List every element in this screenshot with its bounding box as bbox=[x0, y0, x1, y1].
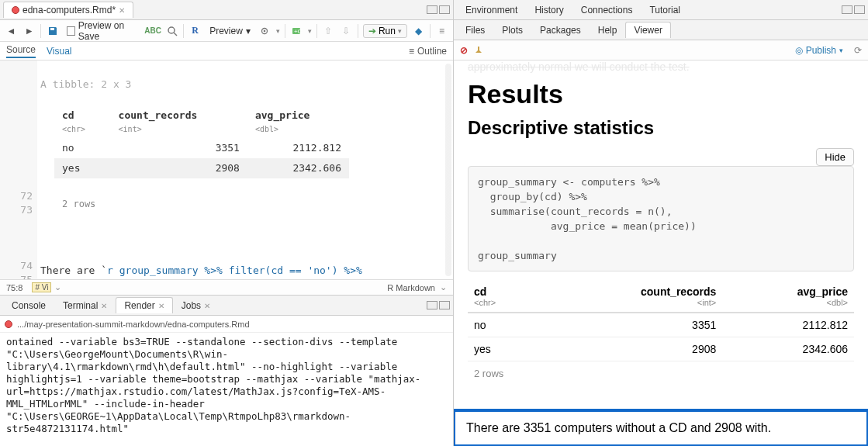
section-chevron-icon[interactable]: ⌄ bbox=[54, 282, 61, 292]
source-mode-tab[interactable]: Source bbox=[6, 44, 36, 58]
render-path-bar: .../may-presentation-summit-markdown/edn… bbox=[0, 316, 453, 333]
run-button[interactable]: ➔ Run ▾ bbox=[363, 24, 407, 38]
viewer-table: cd<chr> count_records<int> avg_price<dbl… bbox=[468, 281, 854, 361]
r-logo-icon: R bbox=[188, 23, 202, 39]
code-line-73: There are `r group_summary %>% filter(cd… bbox=[40, 264, 435, 279]
preview-label: Preview bbox=[209, 26, 243, 36]
clear-viewer-icon[interactable] bbox=[474, 45, 485, 56]
cell: 2342.606 bbox=[722, 337, 854, 361]
publish-icon[interactable]: ◆ bbox=[412, 23, 425, 39]
preview-on-save-toggle[interactable]: Preview on Save bbox=[64, 19, 140, 43]
tab-viewer[interactable]: Viewer bbox=[625, 22, 670, 38]
close-icon[interactable]: ✕ bbox=[204, 302, 210, 310]
svg-point-0 bbox=[168, 27, 175, 33]
outline-button[interactable]: ≡ Outline bbox=[409, 46, 447, 57]
run-label: Run bbox=[379, 26, 396, 36]
go-prev-chunk-icon[interactable]: ⇧ bbox=[322, 23, 335, 39]
insert-chunk-chevron-icon[interactable]: ▾ bbox=[308, 27, 312, 35]
close-icon[interactable]: ✕ bbox=[101, 302, 107, 310]
tab-packages[interactable]: Packages bbox=[531, 22, 590, 38]
maximize-console-icon[interactable] bbox=[439, 301, 450, 309]
editor-statusbar: 75:8 # Vi ⌄ R Markdown ⌄ bbox=[0, 279, 453, 295]
forward-icon[interactable]: ► bbox=[22, 23, 36, 39]
col-header: avg_price bbox=[797, 285, 848, 298]
cell: 3351 bbox=[539, 313, 722, 337]
find-icon[interactable] bbox=[165, 23, 178, 39]
viewer-toolbar: ⊘ ◎ Publish ▾ ⟳ bbox=[454, 40, 868, 61]
scrollbar[interactable] bbox=[445, 64, 451, 276]
publish-button[interactable]: ◎ Publish ▾ bbox=[795, 45, 843, 56]
render-path: .../may-presentation-summit-markdown/edn… bbox=[17, 320, 250, 329]
source-tabbar: edna-computers.Rmd* ✕ bbox=[0, 0, 453, 20]
source-subbar: Source Visual ≡ Outline bbox=[0, 42, 453, 61]
col-header: count_records bbox=[119, 109, 198, 121]
cell: 3351 bbox=[111, 138, 247, 158]
tab-label: Jobs bbox=[182, 300, 201, 311]
gear-chevron-icon[interactable]: ▾ bbox=[276, 27, 280, 35]
maximize-env-icon[interactable] bbox=[854, 5, 865, 14]
svg-line-1 bbox=[174, 33, 177, 36]
back-icon[interactable]: ◄ bbox=[5, 23, 18, 39]
outline-icon: ≡ bbox=[409, 46, 414, 57]
chevron-down-icon: ▾ bbox=[398, 27, 402, 35]
cell: 2908 bbox=[111, 158, 247, 178]
tab-help[interactable]: Help bbox=[590, 22, 626, 38]
right-pane: Environment History Connections Tutorial… bbox=[454, 0, 868, 446]
render-output[interactable]: ontained --variable bs3=TRUE --standalon… bbox=[0, 333, 453, 446]
tab-tutorial[interactable]: Tutorial bbox=[641, 2, 689, 18]
minimize-pane-icon[interactable] bbox=[427, 5, 437, 14]
tab-files[interactable]: Files bbox=[457, 22, 493, 38]
col-type: <int> bbox=[545, 298, 716, 307]
tab-environment[interactable]: Environment bbox=[457, 2, 526, 18]
viewer-rows-footer: 2 rows bbox=[468, 361, 854, 385]
tab-render[interactable]: Render✕ bbox=[116, 297, 172, 313]
tab-jobs[interactable]: Jobs✕ bbox=[173, 297, 219, 313]
spellcheck-icon[interactable]: ABC bbox=[145, 23, 161, 39]
tab-history[interactable]: History bbox=[526, 2, 572, 18]
go-next-chunk-icon[interactable]: ⇩ bbox=[340, 23, 353, 39]
visual-mode-tab[interactable]: Visual bbox=[47, 46, 71, 57]
env-tabbar: Environment History Connections Tutorial bbox=[454, 0, 868, 20]
code-editor[interactable]: 72 73 74 75▾ A tibble: 2 x 3 cd<chr> cou… bbox=[0, 61, 453, 279]
cell: 2342.606 bbox=[247, 158, 349, 178]
section-indicator[interactable]: # Vi bbox=[32, 282, 51, 292]
viewer-content[interactable]: approximately normal we will conduct the… bbox=[454, 61, 868, 446]
tab-label: Console bbox=[12, 300, 46, 311]
close-icon[interactable]: ✕ bbox=[158, 302, 164, 310]
gear-icon[interactable] bbox=[258, 23, 271, 39]
svg-point-3 bbox=[264, 29, 266, 32]
svg-rect-6 bbox=[478, 47, 479, 50]
preview-on-save-label: Preview on Save bbox=[78, 20, 137, 42]
line-gutter: 72 73 74 75▾ bbox=[0, 61, 37, 279]
file-language[interactable]: R Markdown bbox=[387, 283, 435, 292]
console-pane: Console Terminal✕ Render✕ Jobs✕ .../may-… bbox=[0, 295, 453, 446]
refresh-icon[interactable]: ⟳ bbox=[854, 45, 862, 56]
chevron-up-down-icon[interactable]: ⌄ bbox=[440, 282, 447, 292]
output-tibble: cd<chr> count_records<int> avg_price<dbl… bbox=[54, 93, 447, 230]
col-type: <int> bbox=[119, 123, 240, 137]
tab-console[interactable]: Console bbox=[3, 297, 54, 313]
highlighted-sentence: There are 3351 computers without a CD an… bbox=[454, 409, 868, 446]
remove-viewer-icon[interactable]: ⊘ bbox=[460, 45, 468, 56]
minimize-env-icon[interactable] bbox=[842, 5, 852, 14]
file-tab[interactable]: edna-computers.Rmd* ✕ bbox=[3, 2, 133, 18]
minimize-console-icon[interactable] bbox=[427, 301, 437, 309]
col-type: <chr> bbox=[474, 298, 533, 307]
tab-terminal[interactable]: Terminal✕ bbox=[54, 297, 116, 313]
insert-chunk-icon[interactable]: +C bbox=[290, 23, 303, 39]
tab-connections[interactable]: Connections bbox=[572, 2, 641, 18]
col-header: count_records bbox=[641, 285, 716, 298]
col-type: <dbl> bbox=[255, 123, 341, 137]
code-content[interactable]: A tibble: 2 x 3 cd<chr> count_records<in… bbox=[37, 61, 453, 279]
col-header: avg_price bbox=[255, 109, 310, 121]
tab-label: Terminal bbox=[63, 300, 98, 311]
hash-icon: # bbox=[35, 283, 40, 292]
preview-dropdown[interactable]: Preview ▾ bbox=[206, 24, 254, 38]
tab-plots[interactable]: Plots bbox=[493, 22, 531, 38]
maximize-pane-icon[interactable] bbox=[439, 5, 450, 14]
hide-code-button[interactable]: Hide bbox=[816, 148, 854, 166]
outline-toggle-icon[interactable]: ≡ bbox=[435, 23, 448, 39]
close-icon[interactable]: ✕ bbox=[119, 6, 125, 15]
line-number: 75▾ bbox=[0, 273, 33, 279]
save-icon[interactable] bbox=[46, 23, 59, 39]
